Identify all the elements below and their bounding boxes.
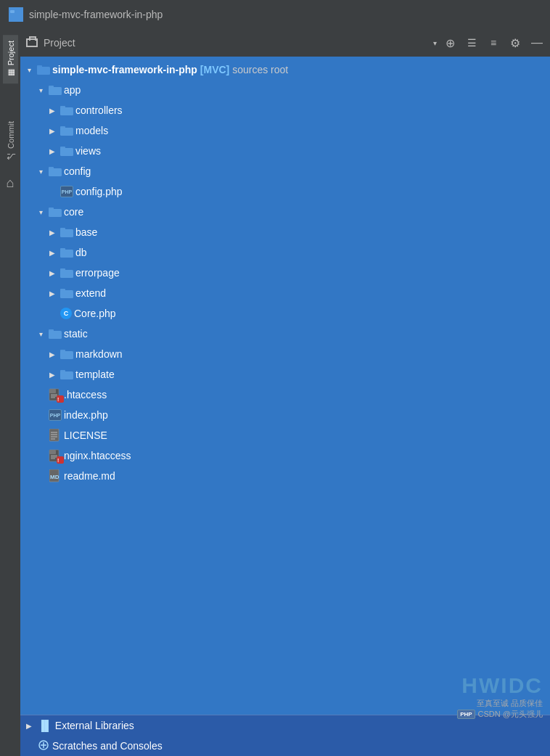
tree-item-models[interactable]: ▶ models <box>20 120 550 141</box>
chevron-collapsed-icon: ▶ <box>46 145 58 157</box>
folder-icon <box>49 85 62 95</box>
htaccess-file-icon: ! <box>49 449 62 462</box>
svg-rect-13 <box>61 128 73 135</box>
svg-rect-1 <box>10 10 15 13</box>
add-button[interactable]: ⊕ <box>443 36 457 50</box>
tree-item-controllers[interactable]: ▶ controllers <box>20 100 550 120</box>
chevron-expanded-icon: ▾ <box>35 165 46 177</box>
item-label: markdown <box>75 348 123 360</box>
sidebar-item-project[interactable]: ▦ Project <box>3 35 18 83</box>
chevron-expanded-icon: ▾ <box>35 206 46 218</box>
external-libraries-item[interactable]: ▶ ▐▌ External Libraries <box>20 715 550 736</box>
item-label: index.php <box>64 409 108 421</box>
title-bar-folder-icon <box>9 7 23 22</box>
tree-item-Core.php[interactable]: CCore.php <box>20 303 550 324</box>
folder-icon <box>49 207 62 217</box>
item-label: app <box>64 84 81 96</box>
folder-icon <box>37 65 50 75</box>
folder-icon <box>49 329 62 339</box>
tree-item-db[interactable]: ▶ db <box>20 242 550 263</box>
svg-rect-31 <box>61 271 73 277</box>
panel-folder-icon <box>26 38 38 47</box>
tree-item-template[interactable]: ▶ template <box>20 364 550 385</box>
external-libraries-label: External Libraries <box>55 720 134 731</box>
item-label: config <box>64 165 91 177</box>
tree-item-LICENSE[interactable]: LICENSE <box>20 425 550 445</box>
panel-actions: ⊕ ☰ ≡ ⚙ — <box>443 36 544 50</box>
chevron-expanded-icon: ▾ <box>23 64 35 75</box>
item-label: errorpage <box>75 267 120 279</box>
svg-rect-37 <box>49 332 61 338</box>
tree-item-config.php[interactable]: PHPconfig.php <box>20 181 550 202</box>
svg-rect-25 <box>61 230 73 237</box>
chevron-expanded-icon: ▾ <box>35 328 46 340</box>
tree-item-core[interactable]: ▾ core <box>20 202 550 222</box>
folder-icon <box>60 268 73 278</box>
tree-item-.htaccess[interactable]: ! .htaccess <box>20 385 550 405</box>
project-label: Project <box>6 41 15 65</box>
tree-item-readme.md[interactable]: MD readme.md <box>20 466 550 486</box>
chevron-collapsed-icon: ▶ <box>46 226 58 238</box>
project-panel: Project ▾ ⊕ ☰ ≡ ⚙ — ▾ simple-mvc-framewo… <box>20 29 550 756</box>
item-label: static <box>64 328 88 340</box>
panel-title: Project <box>44 37 427 49</box>
folder-icon <box>60 105 73 115</box>
window-title: simple-mvc-framework-in-php <box>29 9 163 20</box>
folder-icon <box>60 369 73 379</box>
tree-item-markdown[interactable]: ▶ markdown <box>20 344 550 364</box>
item-label: .htaccess <box>64 389 107 400</box>
tree-item-extend[interactable]: ▶ extend <box>20 283 550 303</box>
item-label: base <box>75 226 97 238</box>
svg-rect-0 <box>10 12 22 19</box>
tree-item-root[interactable]: ▾ simple-mvc-framework-in-php [MVC] sour… <box>20 59 550 80</box>
md-file-icon: MD <box>49 469 62 482</box>
sidebar-item-commit[interactable]: ⎇ Commit <box>3 115 18 167</box>
minimize-button[interactable]: — <box>530 36 544 50</box>
git-icon: ⌂ <box>7 176 15 191</box>
chevron-collapsed-icon: ▶ <box>46 287 58 299</box>
external-libraries-chevron: ▶ <box>23 720 35 731</box>
svg-rect-10 <box>61 108 73 115</box>
item-label: Core.php <box>74 308 116 319</box>
scratches-item[interactable]: Scratches and Consoles <box>20 736 550 756</box>
collapse-all-button[interactable]: ≡ <box>486 36 501 50</box>
htaccess-file-icon: ! <box>49 388 62 401</box>
tree-item-base[interactable]: ▶ base <box>20 222 550 242</box>
commit-label: Commit <box>6 121 15 149</box>
svg-rect-45 <box>49 389 56 393</box>
item-label: template <box>75 369 115 380</box>
svg-rect-7 <box>49 88 61 94</box>
item-label: core <box>64 206 83 218</box>
item-label: views <box>75 145 101 157</box>
panel-header: Project ▾ ⊕ ☰ ≡ ⚙ — <box>20 29 550 57</box>
folder-icon <box>49 166 62 176</box>
php-file-icon: PHP <box>49 409 62 421</box>
tree-item-nginx.htaccess[interactable]: ! nginx.htaccess <box>20 445 550 466</box>
chevron-collapsed-icon: ▶ <box>46 125 58 136</box>
svg-text:MD: MD <box>50 474 59 480</box>
php-file-icon: PHP <box>60 186 73 197</box>
item-label: controllers <box>75 104 123 116</box>
tree-item-app[interactable]: ▾ app <box>20 80 550 100</box>
svg-rect-19 <box>49 169 61 176</box>
svg-rect-16 <box>61 149 73 155</box>
folder-icon <box>60 146 73 156</box>
settings-button[interactable]: ⚙ <box>508 36 522 50</box>
svg-rect-43 <box>61 372 73 379</box>
item-label: db <box>75 247 87 258</box>
svg-rect-57 <box>49 450 56 454</box>
panel-dropdown-arrow[interactable]: ▾ <box>433 39 437 47</box>
item-label: LICENSE <box>64 430 107 441</box>
scratches-label: Scratches and Consoles <box>52 740 163 752</box>
tree-item-errorpage[interactable]: ▶ errorpage <box>20 263 550 283</box>
collapse-button[interactable]: ☰ <box>464 36 479 50</box>
chevron-collapsed-icon: ▶ <box>46 348 58 360</box>
tree-item-static[interactable]: ▾ static <box>20 324 550 344</box>
folder-icon <box>60 288 73 298</box>
svg-rect-22 <box>49 210 61 216</box>
text-file-icon <box>49 429 62 442</box>
tree-item-index.php[interactable]: PHPindex.php <box>20 405 550 425</box>
tree-item-config[interactable]: ▾ config <box>20 161 550 181</box>
tree-item-views[interactable]: ▶ views <box>20 141 550 161</box>
item-label: nginx.htaccess <box>64 450 131 461</box>
